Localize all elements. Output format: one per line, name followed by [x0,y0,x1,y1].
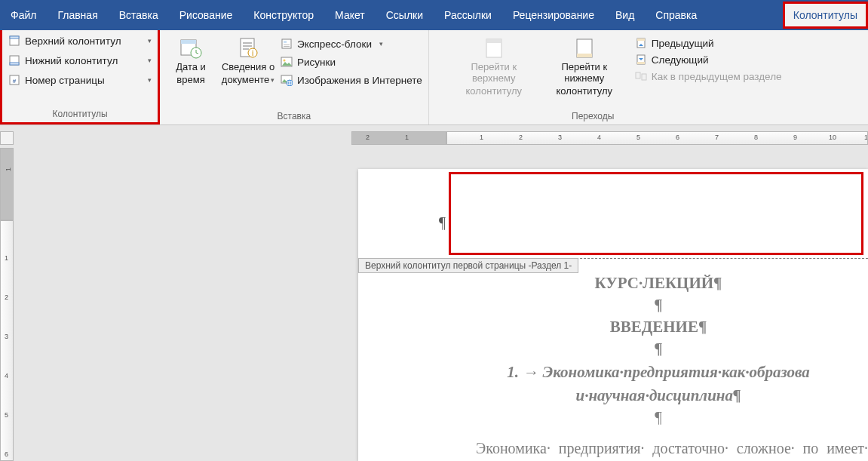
header-dropdown[interactable]: Верхний колонтитул ▾ [7,33,153,48]
doc-numbered-heading-l2: и·научная·дисциплина¶ [449,386,868,405]
ruler-tick: 6 [676,134,679,141]
tab-view[interactable]: Вид [605,0,645,30]
cursor-pilcrow: ¶ [439,214,446,232]
ruler-horizontal-margin[interactable]: 2 1 [351,131,446,145]
tab-headerfooter[interactable]: Колонтитулы [783,2,868,29]
datetime-button[interactable]: Дата и время [164,33,217,86]
ruler-tick: 7 [715,134,719,141]
footer-dropdown[interactable]: Нижний колонтитул ▾ [7,53,153,68]
ruler-tick: 3 [5,333,8,340]
svg-rect-12 [243,48,249,50]
ruler-tick: 4 [5,372,8,380]
tab-insert[interactable]: Вставка [109,0,169,30]
tab-help[interactable]: Справка [645,0,707,30]
footer-icon [8,54,20,66]
ruler-tick: 3 [558,134,562,141]
svg-rect-24 [486,39,501,43]
calendar-icon [179,36,203,60]
ruler-tick: 8 [754,134,758,141]
goto-header-l2: колонтитулу [466,86,523,97]
goto-footer-button[interactable]: Перейти к нижнему колонтитулу [539,33,630,97]
tab-home[interactable]: Главная [47,0,108,30]
svg-text:#: # [13,78,17,85]
ruler-tick: 1 [480,134,483,141]
ribbon-tabs: Файл Главная Вставка Рисование Конструкт… [0,0,868,30]
svg-rect-32 [642,74,646,80]
ruler-tick: 2 [5,294,8,301]
tab-layout[interactable]: Макет [324,0,376,30]
svg-rect-10 [243,42,252,44]
datetime-label-l1: Дата и [176,62,206,73]
tab-design[interactable]: Конструктор [243,0,324,30]
pagenumber-label: Номер страницы [25,75,105,86]
docinfo-button[interactable]: i Сведения о документе ▾ [217,33,279,86]
svg-point-20 [284,60,286,62]
chevron-down-icon: ▾ [148,37,152,45]
tab-draw[interactable]: Рисование [169,0,244,30]
next-button[interactable]: Следующий [634,53,783,66]
link-previous-label: Как в предыдущем разделе [652,71,782,82]
doc-pilcrow: ¶ [449,408,868,427]
svg-rect-17 [284,45,290,45]
svg-rect-1 [10,36,19,38]
picture-icon [281,56,293,68]
tab-file[interactable]: Файл [0,0,47,30]
link-previous-button: Как в предыдущем разделе [634,69,783,83]
doc-paragraph: Экономика· предприятия· достаточно· слож… [449,438,868,461]
svg-rect-31 [636,72,640,78]
ruler-corner [0,131,14,145]
chevron-down-icon: ▾ [148,57,152,64]
chevron-down-icon: ▾ [379,40,383,48]
pagenumber-dropdown[interactable]: # Номер страницы ▾ [7,72,153,88]
workspace: 2 1 1 2 3 4 5 6 7 8 9 10 11 1 1 2 3 4 5 … [0,125,868,461]
document-page[interactable]: ¶ Верхний колонтитул первой страницы -Ра… [358,169,868,461]
online-pictures-button[interactable]: Изображения в Интернете [279,72,424,88]
svg-rect-30 [637,62,645,64]
group-navigation-label: Переходы [444,111,787,124]
pagenumber-icon: # [8,74,20,86]
ruler-tick: 4 [597,134,601,141]
chevron-down-icon: ▾ [148,76,152,84]
svg-rect-16 [284,41,287,43]
group-insert-label: Вставка [160,111,428,124]
ruler-tick: 11 [864,134,868,141]
group-insert-combined: Дата и время i Сведения о документе ▾ [160,30,429,124]
tab-review[interactable]: Рецензирование [502,0,605,30]
ruler-horizontal[interactable]: 1 2 3 4 5 6 7 8 9 10 11 [446,131,868,145]
group-headerfooter: Верхний колонтитул ▾ Нижний колонтитул ▾… [0,30,160,124]
tab-references[interactable]: Ссылки [376,0,434,30]
svg-rect-11 [243,45,252,47]
pictures-label: Рисунки [297,57,336,68]
quickparts-label: Экспресс-блоки [297,38,372,50]
svg-rect-18 [284,46,290,47]
doc-pilcrow: ¶ [449,296,868,315]
goto-footer-l1: Перейти к нижнему [541,62,628,85]
ribbon-body: Верхний колонтитул ▾ Нижний колонтитул ▾… [0,30,868,125]
svg-rect-26 [577,54,592,57]
next-icon [635,54,647,66]
previous-label: Предыдущий [652,38,714,49]
ruler-vertical[interactable]: 1 2 3 4 5 6 [0,220,14,461]
footer-label: Нижний колонтитул [25,55,118,66]
tab-mailings[interactable]: Рассылки [434,0,502,30]
group-navigation: Перейти к верхнему колонтитулу Перейти к… [444,30,787,124]
online-picture-icon [281,74,293,86]
svg-rect-3 [10,63,19,65]
pictures-button[interactable]: Рисунки [279,54,424,69]
doc-title-2: ВВЕДЕНИЕ¶ [449,318,868,337]
header-icon [8,35,20,47]
ruler-tick: 9 [793,134,797,141]
doc-title-1: КУРС·ЛЕКЦИЙ¶ [449,274,868,293]
ruler-tick: 5 [636,134,640,141]
ruler-vertical-margin[interactable]: 1 [0,148,14,220]
goto-header-button: Перейти к верхнему колонтитулу [449,33,539,97]
header-area-highlight [449,172,863,255]
group-headerfooter-label: Колонтитулы [2,109,158,122]
svg-rect-15 [282,39,291,48]
next-label: Следующий [652,54,709,66]
previous-button[interactable]: Предыдущий [634,36,783,50]
ruler-tick: 5 [5,411,8,419]
ruler-tick: 1 [5,254,8,262]
quickparts-dropdown[interactable]: Экспресс-блоки ▾ [279,36,424,51]
docinfo-label-l1: Сведения о [222,62,275,73]
